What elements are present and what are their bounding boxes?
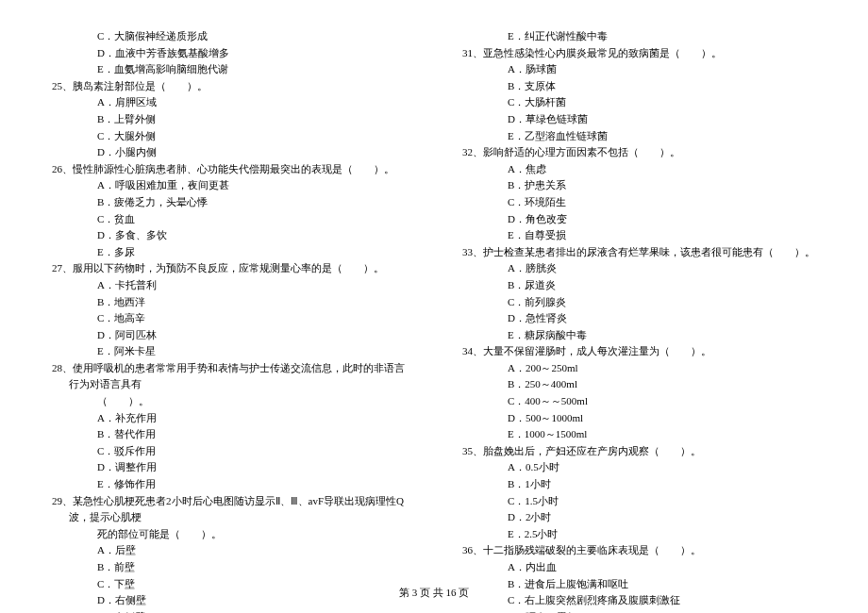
- option: B．替代作用: [52, 426, 406, 443]
- option: E．修饰作用: [52, 476, 406, 493]
- question-28: 28、使用呼吸机的患者常常用手势和表情与护士传递交流信息，此时的非语言行为对语言…: [52, 360, 406, 393]
- option: C．环境陌生: [462, 194, 816, 211]
- option: B．250～400ml: [462, 376, 816, 393]
- option: C．大脑假神经递质形成: [52, 28, 406, 45]
- option: E．多尿: [52, 244, 406, 261]
- option: D．小腿内侧: [52, 144, 406, 161]
- option: B．疲倦乏力，头晕心悸: [52, 194, 406, 211]
- option: E．糖尿病酸中毒: [462, 327, 816, 344]
- option: B．上臂外侧: [52, 111, 406, 128]
- option: E．血氨增高影响脑细胞代谢: [52, 61, 406, 78]
- option: B．尿道炎: [462, 277, 816, 294]
- option: D．2小时: [462, 509, 816, 526]
- option: D．呕血、黑便: [462, 609, 816, 613]
- option: E．左侧壁: [52, 609, 406, 613]
- option: A．补充作用: [52, 410, 406, 427]
- option: C．贫血: [52, 211, 406, 228]
- option: C．大腿外侧: [52, 128, 406, 145]
- option: D．草绿色链球菌: [462, 111, 816, 128]
- option: B．支原体: [462, 78, 816, 95]
- option: C．1.5小时: [462, 493, 816, 510]
- option: D．阿司匹林: [52, 327, 406, 344]
- question-36: 36、十二指肠残端破裂的主要临床表现是（ ）。: [462, 542, 816, 559]
- option: A．200～250ml: [462, 360, 816, 377]
- option: B．护患关系: [462, 177, 816, 194]
- option: A．后壁: [52, 542, 406, 559]
- option: A．呼吸困难加重，夜间更甚: [52, 177, 406, 194]
- option: E．纠正代谢性酸中毒: [462, 28, 816, 45]
- option: A．膀胱炎: [462, 260, 816, 277]
- option: A．内出血: [462, 559, 816, 576]
- question-28-sub: （ ）。: [52, 393, 406, 410]
- option: D．调整作用: [52, 459, 406, 476]
- right-column: E．纠正代谢性酸中毒 31、亚急性感染性心内膜炎最常见的致病菌是（ ）。 A．肠…: [462, 28, 816, 613]
- option: D．角色改变: [462, 211, 816, 228]
- option: D．血液中芳香族氨基酸增多: [52, 45, 406, 62]
- question-27: 27、服用以下药物时，为预防不良反应，应常规测量心率的是（ ）。: [52, 260, 406, 277]
- option: C．地高辛: [52, 310, 406, 327]
- question-29: 29、某急性心肌梗死患者2小时后心电图随访显示Ⅱ、Ⅲ、avF导联出现病理性Q波，…: [52, 493, 406, 526]
- option: A．肩胛区域: [52, 94, 406, 111]
- question-29-sub: 死的部位可能是（ ）。: [52, 526, 406, 543]
- left-column: C．大脑假神经递质形成 D．血液中芳香族氨基酸增多 E．血氨增高影响脑细胞代谢 …: [52, 28, 406, 613]
- option: E．乙型溶血性链球菌: [462, 128, 816, 145]
- question-25: 25、胰岛素注射部位是（ ）。: [52, 78, 406, 95]
- option: A．0.5小时: [462, 459, 816, 476]
- option: C．400～～500ml: [462, 393, 816, 410]
- option: E．自尊受损: [462, 227, 816, 244]
- option: B．地西泮: [52, 294, 406, 311]
- option: A．焦虑: [462, 161, 816, 178]
- question-31: 31、亚急性感染性心内膜炎最常见的致病菌是（ ）。: [462, 45, 816, 62]
- question-26: 26、慢性肺源性心脏病患者肺、心功能失代偿期最突出的表现是（ ）。: [52, 161, 406, 178]
- page-footer: 第 3 页 共 16 页: [0, 585, 868, 602]
- question-33: 33、护士检查某患者排出的尿液含有烂苹果味，该患者很可能患有（ ）。: [462, 244, 816, 261]
- option: A．卡托普利: [52, 277, 406, 294]
- option: C．大肠杆菌: [462, 94, 816, 111]
- option: E．阿米卡星: [52, 343, 406, 360]
- option: A．肠球菌: [462, 61, 816, 78]
- option: D．急性肾炎: [462, 310, 816, 327]
- option: D．多食、多饮: [52, 227, 406, 244]
- option: B．1小时: [462, 476, 816, 493]
- question-32: 32、影响舒适的心理方面因素不包括（ ）。: [462, 144, 816, 161]
- option: C．驳斥作用: [52, 443, 406, 460]
- question-35: 35、胎盘娩出后，产妇还应在产房内观察（ ）。: [462, 443, 816, 460]
- question-34: 34、大量不保留灌肠时，成人每次灌注量为（ ）。: [462, 343, 816, 360]
- option: B．前壁: [52, 559, 406, 576]
- option: D．500～1000ml: [462, 410, 816, 427]
- option: C．前列腺炎: [462, 294, 816, 311]
- option: E．1000～1500ml: [462, 426, 816, 443]
- option: E．2.5小时: [462, 526, 816, 543]
